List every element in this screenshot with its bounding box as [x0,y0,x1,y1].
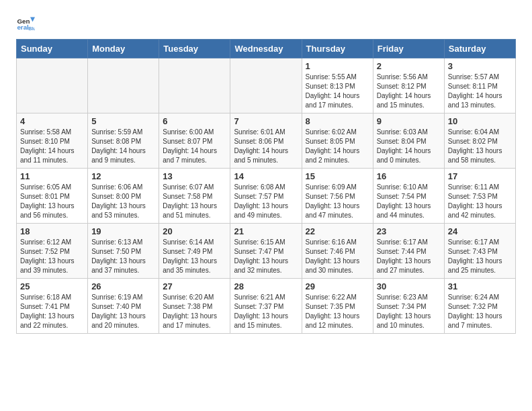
day-number: 23 [377,226,441,236]
day-number: 9 [377,116,441,126]
day-info: Sunrise: 6:21 AM Sunset: 7:37 PM Dayligh… [234,293,298,330]
day-info: Sunrise: 6:22 AM Sunset: 7:35 PM Dayligh… [306,293,369,330]
day-info: Sunrise: 5:58 AM Sunset: 8:10 PM Dayligh… [20,128,84,165]
svg-text:eral: eral [17,24,29,31]
day-info: Sunrise: 5:56 AM Sunset: 8:12 PM Dayligh… [377,73,441,110]
day-info: Sunrise: 6:14 AM Sunset: 7:49 PM Dayligh… [163,238,226,275]
day-number: 3 [448,61,512,71]
day-info: Sunrise: 6:04 AM Sunset: 8:02 PM Dayligh… [448,128,512,165]
day-number: 11 [20,171,84,181]
calendar-cell [230,58,302,113]
logo: Gen eral Blue [16,13,35,32]
calendar-cell: 23Sunrise: 6:17 AM Sunset: 7:44 PM Dayli… [373,224,444,279]
svg-text:Blue: Blue [28,26,35,31]
calendar-cell: 30Sunrise: 6:23 AM Sunset: 7:34 PM Dayli… [373,279,444,334]
calendar-cell: 16Sunrise: 6:10 AM Sunset: 7:54 PM Dayli… [373,169,444,224]
calendar-cell: 4Sunrise: 5:58 AM Sunset: 8:10 PM Daylig… [17,113,88,169]
calendar-week-5: 25Sunrise: 6:18 AM Sunset: 7:41 PM Dayli… [17,279,516,334]
day-number: 10 [448,116,512,126]
page-header: Gen eral Blue [16,13,516,32]
calendar-cell: 29Sunrise: 6:22 AM Sunset: 7:35 PM Dayli… [302,279,373,334]
day-number: 16 [377,171,441,181]
calendar-cell: 2Sunrise: 5:56 AM Sunset: 8:12 PM Daylig… [373,58,444,113]
day-info: Sunrise: 5:59 AM Sunset: 8:08 PM Dayligh… [91,128,155,165]
day-info: Sunrise: 6:09 AM Sunset: 7:56 PM Dayligh… [306,183,369,220]
day-header-thursday: Thursday [302,40,373,58]
day-number: 30 [377,281,441,291]
calendar-cell: 13Sunrise: 6:07 AM Sunset: 7:58 PM Dayli… [159,169,230,224]
day-number: 20 [163,226,226,236]
logo-icon: Gen eral Blue [16,13,35,32]
day-header-wednesday: Wednesday [230,40,302,58]
calendar-cell: 25Sunrise: 6:18 AM Sunset: 7:41 PM Dayli… [17,279,88,334]
calendar-cell: 5Sunrise: 5:59 AM Sunset: 8:08 PM Daylig… [88,113,159,169]
day-info: Sunrise: 6:11 AM Sunset: 7:53 PM Dayligh… [448,183,512,220]
calendar-cell: 21Sunrise: 6:15 AM Sunset: 7:47 PM Dayli… [230,224,302,279]
day-header-saturday: Saturday [444,40,515,58]
calendar-header-row: SundayMondayTuesdayWednesdayThursdayFrid… [17,40,516,58]
day-info: Sunrise: 5:55 AM Sunset: 8:13 PM Dayligh… [306,73,369,110]
day-info: Sunrise: 6:06 AM Sunset: 8:00 PM Dayligh… [91,183,155,220]
calendar-cell [159,58,230,113]
day-info: Sunrise: 6:16 AM Sunset: 7:46 PM Dayligh… [306,238,369,275]
calendar-cell: 12Sunrise: 6:06 AM Sunset: 8:00 PM Dayli… [88,169,159,224]
calendar-cell: 14Sunrise: 6:08 AM Sunset: 7:57 PM Dayli… [230,169,302,224]
calendar-week-4: 18Sunrise: 6:12 AM Sunset: 7:52 PM Dayli… [17,224,516,279]
day-number: 28 [234,281,298,291]
day-number: 22 [306,226,369,236]
day-info: Sunrise: 6:12 AM Sunset: 7:52 PM Dayligh… [20,238,84,275]
svg-marker-2 [30,17,35,22]
day-number: 13 [163,171,226,181]
calendar-cell: 6Sunrise: 6:00 AM Sunset: 8:07 PM Daylig… [159,113,230,169]
calendar-cell: 18Sunrise: 6:12 AM Sunset: 7:52 PM Dayli… [17,224,88,279]
day-number: 14 [234,171,298,181]
day-number: 27 [163,281,226,291]
day-info: Sunrise: 6:00 AM Sunset: 8:07 PM Dayligh… [163,128,226,165]
day-number: 18 [20,226,84,236]
day-number: 5 [91,116,155,126]
calendar-cell: 28Sunrise: 6:21 AM Sunset: 7:37 PM Dayli… [230,279,302,334]
calendar-week-1: 1Sunrise: 5:55 AM Sunset: 8:13 PM Daylig… [17,58,516,113]
day-info: Sunrise: 6:17 AM Sunset: 7:44 PM Dayligh… [377,238,441,275]
day-number: 6 [163,116,226,126]
calendar-table: SundayMondayTuesdayWednesdayThursdayFrid… [16,39,516,334]
day-info: Sunrise: 6:13 AM Sunset: 7:50 PM Dayligh… [91,238,155,275]
day-number: 7 [234,116,298,126]
calendar-cell: 22Sunrise: 6:16 AM Sunset: 7:46 PM Dayli… [302,224,373,279]
calendar-cell: 1Sunrise: 5:55 AM Sunset: 8:13 PM Daylig… [302,58,373,113]
calendar-cell: 3Sunrise: 5:57 AM Sunset: 8:11 PM Daylig… [444,58,515,113]
day-number: 29 [306,281,369,291]
calendar-cell: 11Sunrise: 6:05 AM Sunset: 8:01 PM Dayli… [17,169,88,224]
day-info: Sunrise: 6:23 AM Sunset: 7:34 PM Dayligh… [377,293,441,330]
calendar-cell: 26Sunrise: 6:19 AM Sunset: 7:40 PM Dayli… [88,279,159,334]
calendar-cell: 7Sunrise: 6:01 AM Sunset: 8:06 PM Daylig… [230,113,302,169]
day-info: Sunrise: 6:20 AM Sunset: 7:38 PM Dayligh… [163,293,226,330]
calendar-cell: 24Sunrise: 6:17 AM Sunset: 7:43 PM Dayli… [444,224,515,279]
calendar-cell: 8Sunrise: 6:02 AM Sunset: 8:05 PM Daylig… [302,113,373,169]
day-info: Sunrise: 6:10 AM Sunset: 7:54 PM Dayligh… [377,183,441,220]
calendar-cell: 15Sunrise: 6:09 AM Sunset: 7:56 PM Dayli… [302,169,373,224]
day-info: Sunrise: 5:57 AM Sunset: 8:11 PM Dayligh… [448,73,512,110]
day-number: 4 [20,116,84,126]
calendar-cell: 20Sunrise: 6:14 AM Sunset: 7:49 PM Dayli… [159,224,230,279]
day-number: 24 [448,226,512,236]
day-info: Sunrise: 6:17 AM Sunset: 7:43 PM Dayligh… [448,238,512,275]
day-number: 31 [448,281,512,291]
day-info: Sunrise: 6:03 AM Sunset: 8:04 PM Dayligh… [377,128,441,165]
day-number: 25 [20,281,84,291]
calendar-week-3: 11Sunrise: 6:05 AM Sunset: 8:01 PM Dayli… [17,169,516,224]
day-number: 8 [306,116,369,126]
day-header-tuesday: Tuesday [159,40,230,58]
day-header-friday: Friday [373,40,444,58]
calendar-cell [88,58,159,113]
day-info: Sunrise: 6:08 AM Sunset: 7:57 PM Dayligh… [234,183,298,220]
day-number: 2 [377,61,441,71]
day-info: Sunrise: 6:19 AM Sunset: 7:40 PM Dayligh… [91,293,155,330]
day-info: Sunrise: 6:24 AM Sunset: 7:32 PM Dayligh… [448,293,512,330]
calendar-cell: 9Sunrise: 6:03 AM Sunset: 8:04 PM Daylig… [373,113,444,169]
day-number: 1 [306,61,369,71]
day-number: 26 [91,281,155,291]
day-number: 19 [91,226,155,236]
day-header-monday: Monday [88,40,159,58]
calendar-cell [17,58,88,113]
